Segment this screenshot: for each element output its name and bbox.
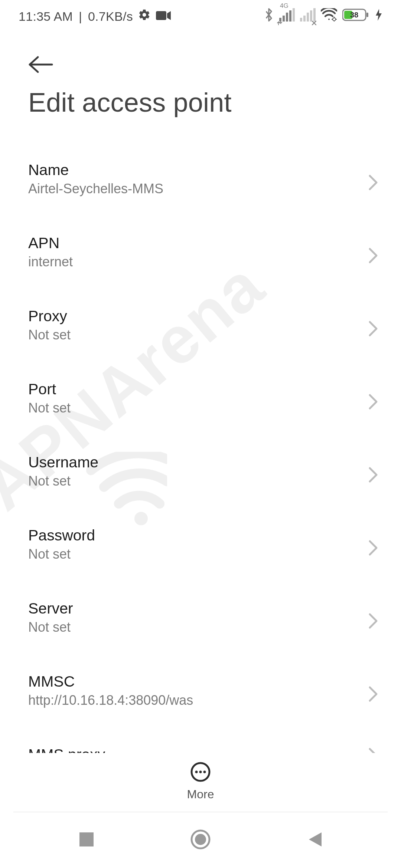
svg-rect-5 xyxy=(293,8,295,22)
circle-icon xyxy=(190,829,211,851)
charging-icon xyxy=(375,8,382,24)
page-title: Edit access point xyxy=(28,87,232,118)
svg-rect-8 xyxy=(307,13,309,22)
chevron-right-icon xyxy=(368,686,378,704)
svg-rect-21 xyxy=(79,832,94,846)
status-bar: 11:35 AM | 0.7KB/s 4G xyxy=(0,0,401,33)
camera-icon xyxy=(156,9,171,24)
signal-4g-icon: 4G xyxy=(279,8,295,24)
svg-rect-13 xyxy=(366,13,368,17)
chevron-right-icon xyxy=(368,613,378,631)
more-button[interactable]: More xyxy=(0,762,401,801)
setting-value: Not set xyxy=(28,327,373,343)
setting-label: Port xyxy=(28,381,373,398)
nav-recents-button[interactable] xyxy=(59,812,114,868)
battery-icon: 38 xyxy=(342,8,370,24)
setting-label: Proxy xyxy=(28,308,373,325)
setting-value: Not set xyxy=(28,546,373,562)
svg-point-20 xyxy=(203,771,206,773)
setting-row-mms-proxy[interactable]: MMS proxy 10.16.18.77 xyxy=(0,731,401,753)
svg-text:38: 38 xyxy=(350,11,358,19)
triangle-left-icon xyxy=(307,831,322,849)
setting-label: Name xyxy=(28,161,373,179)
svg-point-19 xyxy=(199,771,202,773)
chevron-right-icon xyxy=(368,394,378,411)
svg-rect-4 xyxy=(289,10,291,22)
setting-row-username[interactable]: Username Not set xyxy=(0,439,401,512)
chevron-right-icon xyxy=(368,174,378,192)
setting-label: Password xyxy=(28,527,373,544)
android-nav-bar xyxy=(0,812,401,868)
svg-point-18 xyxy=(195,771,198,773)
nav-back-button[interactable] xyxy=(287,812,342,868)
setting-row-mmsc[interactable]: MMSC http://10.16.18.4:38090/was xyxy=(0,658,401,731)
setting-row-apn[interactable]: APN internet xyxy=(0,220,401,293)
setting-value: Not set xyxy=(28,619,373,635)
signal-no-sim-icon xyxy=(300,8,316,24)
setting-value: Not set xyxy=(28,400,373,416)
svg-rect-10 xyxy=(313,8,316,22)
svg-rect-0 xyxy=(156,11,166,20)
svg-rect-3 xyxy=(286,13,288,22)
nav-home-button[interactable] xyxy=(173,812,228,868)
square-icon xyxy=(79,832,94,849)
setting-row-name[interactable]: Name Airtel-Seychelles-MMS xyxy=(0,147,401,220)
status-separator: | xyxy=(79,9,82,24)
svg-rect-6 xyxy=(300,18,302,22)
chevron-right-icon xyxy=(368,467,378,484)
svg-point-23 xyxy=(195,834,206,845)
status-bar-right: 4G xyxy=(264,7,382,25)
more-dots-icon xyxy=(190,762,211,784)
svg-rect-7 xyxy=(303,16,306,22)
status-net-speed: 0.7KB/s xyxy=(88,9,133,24)
arrow-left-icon xyxy=(28,55,53,74)
bluetooth-icon xyxy=(264,7,274,25)
setting-label: MMSC xyxy=(28,673,373,690)
setting-label: Server xyxy=(28,600,373,617)
setting-label: Username xyxy=(28,454,373,471)
setting-label: MMS proxy xyxy=(28,746,373,753)
status-time: 11:35 AM xyxy=(19,9,73,24)
chevron-right-icon xyxy=(368,320,378,338)
setting-row-server[interactable]: Server Not set xyxy=(0,585,401,658)
wifi-icon xyxy=(321,8,337,24)
gear-icon xyxy=(138,9,151,24)
chevron-right-icon xyxy=(368,540,378,558)
setting-row-password[interactable]: Password Not set xyxy=(0,512,401,585)
more-label: More xyxy=(187,788,214,801)
chevron-right-icon xyxy=(368,247,378,265)
setting-label: APN xyxy=(28,234,373,252)
setting-row-proxy[interactable]: Proxy Not set xyxy=(0,293,401,366)
setting-value: http://10.16.18.4:38090/was xyxy=(28,693,373,708)
back-button[interactable] xyxy=(28,48,61,81)
setting-row-port[interactable]: Port Not set xyxy=(0,366,401,439)
setting-value: internet xyxy=(28,254,373,270)
setting-value: Not set xyxy=(28,473,373,489)
status-bar-left: 11:35 AM | 0.7KB/s xyxy=(19,9,171,24)
setting-value: Airtel-Seychelles-MMS xyxy=(28,181,373,197)
chevron-right-icon xyxy=(368,747,378,753)
settings-list: Name Airtel-Seychelles-MMS APN internet … xyxy=(0,147,401,753)
svg-rect-2 xyxy=(283,16,285,22)
